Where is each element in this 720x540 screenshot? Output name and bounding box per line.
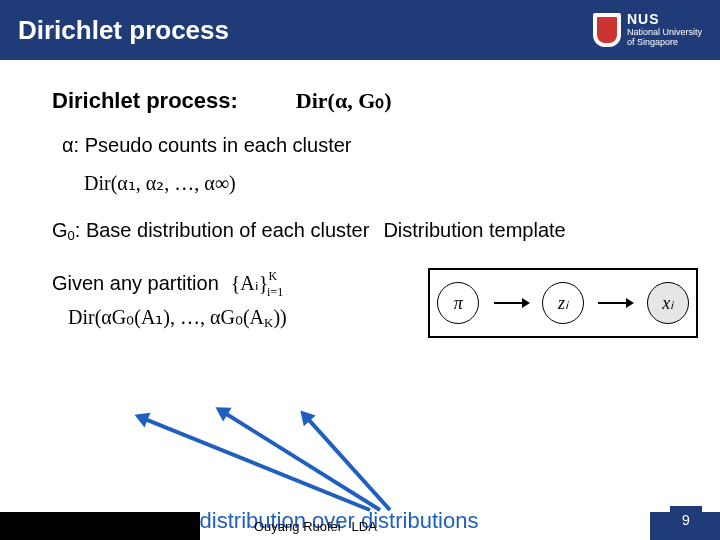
g0-row: G0: Base distribution of each cluster Di…: [52, 219, 686, 243]
given-partition-label: Given any partition: [52, 272, 219, 295]
arrow-icon: [218, 408, 381, 512]
arrow-icon: [494, 302, 528, 304]
dp-formula: Dir(α, G₀): [296, 88, 392, 114]
g0-note: Distribution template: [383, 219, 565, 243]
logo-text: NUS National University of Singapore: [627, 12, 702, 47]
node-pi: π: [437, 282, 479, 324]
callout-arrows: [70, 430, 410, 520]
arrow-icon: [302, 412, 392, 511]
footer-author: Ouyang Ruofei: [254, 519, 341, 534]
section-heading: Dirichlet process:: [52, 88, 238, 114]
footer-text: Ouyang Ruofei LDA: [254, 519, 377, 534]
arrow-icon: [137, 414, 370, 511]
section-heading-row: Dirichlet process: Dir(α, G₀): [52, 88, 686, 114]
node-zi: zᵢ: [542, 282, 584, 324]
slide-footer: Ouyang Ruofei LDA 9: [0, 512, 720, 540]
slide-body: Dirichlet process: Dir(α, G₀) α: Pseudo …: [0, 60, 720, 490]
slide-title: Dirichlet process: [18, 15, 593, 46]
slide-header: Dirichlet process NUS National Universit…: [0, 0, 720, 60]
logo-acronym: NUS: [627, 12, 702, 27]
footer-black-bar: [0, 512, 200, 540]
page-number: 9: [670, 506, 702, 534]
nus-logo: NUS National University of Singapore: [593, 12, 702, 47]
shield-icon: [593, 13, 621, 47]
node-xi: xᵢ: [647, 282, 689, 324]
alpha-description: α: Pseudo counts in each cluster: [62, 134, 686, 157]
alpha-formula: Dir(α₁, α₂, …, α∞): [84, 171, 686, 195]
partition-set: {Aᵢ}Ki=1: [231, 271, 293, 295]
g0-description: G0: Base distribution of each cluster: [52, 219, 369, 243]
arrow-icon: [598, 302, 632, 304]
logo-fullname: National University of Singapore: [627, 28, 702, 48]
graphical-model-box: π zᵢ xᵢ: [428, 268, 698, 338]
footer-topic: LDA: [352, 519, 377, 534]
